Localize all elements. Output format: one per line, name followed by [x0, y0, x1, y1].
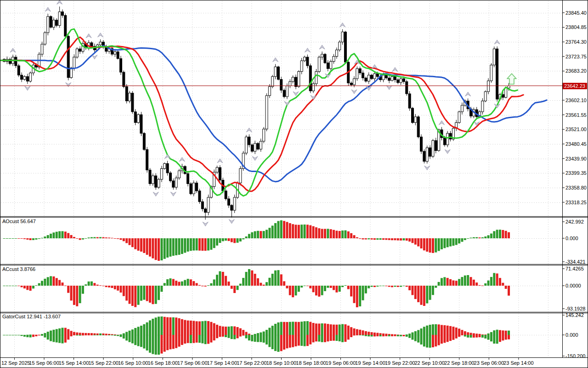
fractal-up-icon — [98, 33, 103, 37]
histogram-bar — [3, 286, 6, 286]
histogram-bar — [178, 238, 181, 255]
histogram-bar — [502, 283, 504, 286]
histogram-bar — [125, 286, 128, 301]
histogram-bar — [190, 279, 192, 286]
histogram-bar — [67, 286, 69, 293]
histogram-bar — [371, 286, 373, 287]
histogram-bar — [120, 334, 122, 335]
histogram-bar — [231, 238, 233, 242]
fractal-up-icon — [273, 58, 278, 62]
histogram-bar — [102, 335, 104, 335]
histogram-bar — [137, 286, 140, 305]
histogram-bar — [160, 316, 163, 335]
histogram-bar — [120, 238, 122, 240]
histogram-bar — [76, 333, 78, 335]
histogram-bar — [79, 335, 81, 336]
time-tick-label: 16 Sep 10:00 — [118, 360, 148, 366]
candle — [204, 209, 207, 213]
histogram-bar — [429, 286, 431, 300]
indicator-tick-label: 145.242 — [565, 312, 584, 318]
histogram-bar — [178, 282, 181, 286]
histogram-bar — [499, 335, 501, 342]
histogram-bar — [149, 238, 151, 257]
price-axis[interactable]: 23845.4023804.8523764.3023723.7523683.20… — [562, 10, 587, 359]
candle — [70, 68, 73, 78]
histogram-bar — [160, 335, 163, 354]
histogram-bar — [335, 230, 338, 238]
histogram-bar — [140, 238, 142, 252]
candle — [359, 69, 361, 73]
histogram-bar — [216, 238, 218, 246]
candle — [289, 81, 291, 86]
candle — [423, 151, 425, 161]
histogram-bar — [67, 233, 69, 238]
histogram-bar — [493, 335, 495, 344]
histogram-bar — [266, 282, 268, 286]
histogram-bar — [242, 335, 244, 336]
histogram-bar — [344, 324, 346, 335]
histogram-bar — [324, 229, 326, 238]
fractal-down-icon — [386, 86, 392, 90]
fractal-down-icon — [25, 86, 30, 91]
histogram-bar — [368, 335, 370, 336]
histogram-bar — [368, 238, 370, 239]
time-axis[interactable]: 12 Sep 202515 Sep 06:0015 Sep 14:0015 Se… — [1, 357, 534, 366]
histogram-bar — [493, 330, 495, 335]
histogram-bar — [388, 334, 390, 335]
histogram-bar — [493, 273, 495, 286]
histogram-bar — [277, 335, 279, 352]
histogram-bar — [344, 285, 346, 286]
gator-lower-histogram — [3, 335, 510, 355]
histogram-bar — [365, 331, 367, 335]
candle — [339, 42, 341, 50]
histogram-bar — [207, 285, 209, 286]
histogram-bar — [134, 328, 136, 335]
histogram-bar — [432, 324, 434, 335]
histogram-bar — [29, 335, 32, 337]
histogram-bar — [184, 280, 186, 286]
histogram-bar — [85, 333, 87, 335]
candle — [120, 58, 122, 72]
histogram-bar — [108, 286, 110, 288]
histogram-bar — [41, 334, 43, 335]
histogram-bar — [330, 286, 332, 288]
histogram-bar — [158, 316, 160, 335]
histogram-bar — [391, 286, 393, 287]
histogram-bar — [47, 235, 49, 238]
histogram-bar — [359, 330, 361, 335]
histogram-bar — [192, 321, 195, 335]
candle — [376, 74, 379, 76]
histogram-bar — [73, 332, 75, 335]
histogram-bar — [455, 335, 458, 339]
candle — [164, 164, 166, 169]
histogram-bar — [420, 286, 423, 305]
histogram-bar — [70, 286, 73, 300]
histogram-bar — [210, 322, 212, 335]
candle — [365, 78, 367, 81]
histogram-bar — [417, 335, 419, 343]
histogram-bar — [254, 231, 256, 238]
indicator-title-ac: ACcust 3.8766 — [2, 266, 35, 272]
candle — [190, 184, 192, 194]
histogram-bar — [15, 335, 17, 335]
histogram-bar — [12, 238, 14, 239]
histogram-bar — [461, 238, 463, 242]
histogram-bar — [158, 335, 160, 355]
histogram-bar — [123, 238, 125, 241]
histogram-bar — [184, 335, 186, 344]
histogram-bar — [56, 278, 58, 286]
time-tick-label: 22 Sep 18:00 — [444, 360, 474, 366]
histogram-bar — [58, 328, 61, 335]
chart-canvas[interactable]: 23845.4023804.8523764.3023723.7523683.20… — [0, 0, 588, 368]
fractal-up-icon — [392, 67, 398, 71]
histogram-bar — [67, 335, 69, 339]
candle — [251, 145, 253, 151]
histogram-bar — [394, 335, 396, 336]
candle — [219, 167, 221, 180]
histogram-bar — [6, 335, 8, 335]
histogram-bar — [85, 335, 87, 335]
candle — [268, 86, 271, 96]
candle — [187, 173, 189, 184]
histogram-bar — [327, 335, 329, 341]
histogram-bar — [318, 323, 320, 335]
